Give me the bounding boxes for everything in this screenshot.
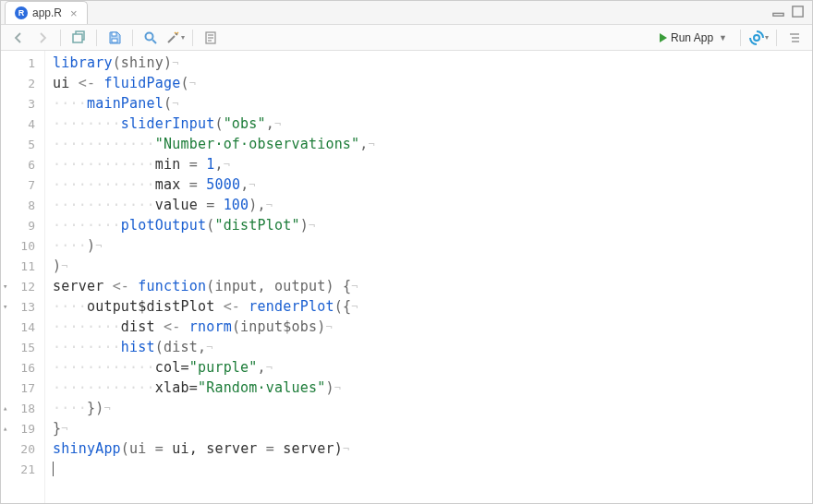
outline-button[interactable] — [784, 28, 805, 48]
run-app-dropdown-icon[interactable]: ▼ — [719, 33, 727, 42]
find-button[interactable] — [140, 28, 161, 48]
code-line: library(shiny)¬ — [53, 53, 812, 73]
line-number[interactable]: 20 — [1, 438, 44, 459]
code-line: ········dist <- rnorm(input$obs)¬ — [53, 317, 812, 337]
code-line: ············min = 1,¬ — [53, 154, 812, 174]
tab-bar: R app.R × — [1, 1, 812, 25]
line-number[interactable]: 1 — [1, 53, 44, 73]
svg-rect-0 — [773, 13, 783, 16]
run-app-label: Run App — [671, 31, 713, 44]
save-button[interactable] — [104, 28, 125, 48]
line-number[interactable]: ▴19 — [1, 418, 44, 438]
code-line: ········plotOutput("distPlot")¬ — [53, 215, 812, 235]
code-line: )¬ — [53, 256, 812, 276]
svg-line-6 — [152, 40, 156, 43]
fold-icon[interactable]: ▾ — [3, 282, 7, 291]
svg-rect-2 — [73, 34, 82, 42]
line-number[interactable]: 4 — [1, 114, 44, 134]
code-area[interactable]: library(shiny)¬ ui <- fluidPage(¬ ····ma… — [45, 51, 812, 503]
toolbar-separator — [776, 30, 777, 46]
line-number[interactable]: 7 — [1, 174, 44, 195]
line-number[interactable]: ▴18 — [1, 398, 44, 418]
line-number[interactable]: 17 — [1, 378, 44, 398]
svg-rect-4 — [112, 32, 116, 36]
tab-filename: app.R — [32, 6, 62, 19]
line-number[interactable]: 6 — [1, 154, 44, 174]
line-number[interactable]: 10 — [1, 235, 44, 256]
svg-point-12 — [754, 35, 759, 41]
show-in-new-window-button[interactable] — [68, 28, 89, 48]
line-number[interactable]: 9 — [1, 215, 44, 235]
svg-point-7 — [176, 33, 176, 34]
code-line: }¬ — [53, 418, 812, 438]
nav-forward-button[interactable] — [32, 28, 53, 48]
run-app-button[interactable]: Run App ▼ — [654, 28, 733, 48]
code-line: ············col="purple",¬ — [53, 357, 812, 378]
line-number[interactable]: 5 — [1, 134, 44, 154]
line-number[interactable]: 14 — [1, 317, 44, 337]
maximize-pane-icon[interactable] — [791, 5, 805, 21]
svg-rect-3 — [112, 39, 117, 42]
line-number[interactable]: ▾13 — [1, 296, 44, 317]
line-number[interactable]: 21 — [1, 459, 44, 479]
fold-icon[interactable]: ▾ — [3, 302, 7, 311]
code-line: ········hist(dist,¬ — [53, 337, 812, 357]
code-line: ········sliderInput("obs",¬ — [53, 114, 812, 134]
code-line: ············"Number·of·observations",¬ — [53, 134, 812, 154]
line-number[interactable]: 16 — [1, 357, 44, 378]
line-number[interactable]: 3 — [1, 93, 44, 114]
code-line: ui <- fluidPage(¬ — [53, 73, 812, 93]
play-icon — [660, 33, 667, 42]
line-number[interactable]: 2 — [1, 73, 44, 93]
code-line: ····mainPanel(¬ — [53, 93, 812, 114]
code-tools-button[interactable]: ▾ — [164, 28, 185, 48]
line-number[interactable]: 11 — [1, 256, 44, 276]
code-line: server <- function(input, output) {¬ — [53, 276, 812, 296]
code-editor[interactable]: 1 2 3 4 5 6 7 8 9 10 11 ▾12 ▾13 14 15 16… — [1, 51, 812, 503]
code-line: ············max = 5000,¬ — [53, 174, 812, 195]
toolbar-separator — [132, 30, 133, 46]
svg-rect-1 — [793, 6, 803, 17]
toolbar-separator — [192, 30, 193, 46]
code-line: shinyApp(ui = ui, server = server)¬ — [53, 438, 812, 459]
editor-window: R app.R × — [0, 0, 813, 504]
compile-report-button[interactable] — [200, 28, 221, 48]
line-gutter: 1 2 3 4 5 6 7 8 9 10 11 ▾12 ▾13 14 15 16… — [1, 51, 45, 503]
editor-toolbar: ▾ Run App ▼ ▾ — [1, 25, 812, 51]
code-line — [53, 459, 812, 479]
line-number[interactable]: ▾12 — [1, 276, 44, 296]
fold-icon[interactable]: ▴ — [3, 403, 7, 413]
toolbar-separator — [96, 30, 97, 46]
svg-point-5 — [146, 32, 153, 40]
toolbar-separator — [60, 30, 61, 46]
nav-back-button[interactable] — [8, 28, 29, 48]
fold-icon[interactable]: ▴ — [3, 424, 7, 433]
line-number[interactable]: 8 — [1, 195, 44, 215]
file-tab-app-r[interactable]: R app.R × — [5, 1, 88, 24]
line-number[interactable]: 15 — [1, 337, 44, 357]
toolbar-separator — [740, 30, 741, 46]
code-line: ····})¬ — [53, 398, 812, 418]
code-line: ····)¬ — [53, 235, 812, 256]
code-line: ············xlab="Random·values")¬ — [53, 378, 812, 398]
close-tab-icon[interactable]: × — [70, 6, 78, 20]
text-cursor — [53, 462, 54, 476]
publish-button[interactable]: ▾ — [748, 28, 769, 48]
r-file-icon: R — [15, 6, 28, 19]
code-line: ············value = 100),¬ — [53, 195, 812, 215]
minimize-pane-icon[interactable] — [771, 5, 785, 21]
code-line: ····output$distPlot <- renderPlot({¬ — [53, 296, 812, 317]
